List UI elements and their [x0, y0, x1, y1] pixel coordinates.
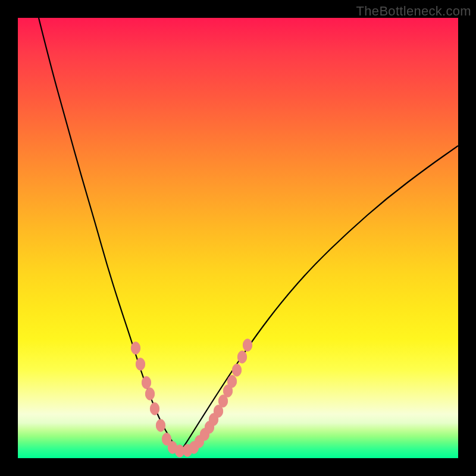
plot-area: [18, 18, 458, 458]
left-curve: [39, 18, 180, 452]
chart-frame: TheBottleneck.com: [0, 0, 476, 476]
data-marker: [136, 358, 145, 371]
data-marker: [232, 364, 241, 377]
data-marker: [131, 342, 140, 355]
watermark-text: TheBottleneck.com: [356, 4, 471, 19]
data-marker: [150, 403, 159, 415]
data-marker: [145, 388, 154, 400]
curve-svg: [18, 18, 458, 458]
data-marker: [227, 375, 236, 388]
data-marker: [243, 339, 252, 352]
data-marker: [156, 419, 165, 432]
data-marker: [142, 377, 151, 389]
markers-group: [131, 339, 252, 458]
data-marker: [237, 351, 246, 364]
